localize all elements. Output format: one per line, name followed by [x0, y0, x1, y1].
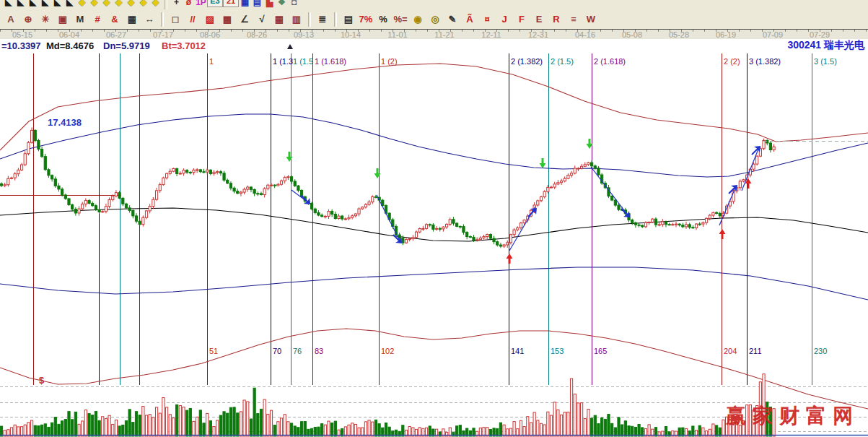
print-icon[interactable]: ◘: [288, 0, 300, 10]
percent-retrace-icon[interactable]: 7%: [357, 12, 374, 27]
check-line-icon[interactable]: √: [253, 12, 271, 27]
grid-dark-icon[interactable]: ▥: [288, 12, 305, 27]
bars-21-icon[interactable]: 21: [223, 0, 239, 7]
shen-stamp-icon[interactable]: #: [89, 12, 106, 27]
j-line-icon[interactable]: J: [496, 12, 513, 27]
e3-tool-icon[interactable]: E3: [207, 0, 223, 7]
zigzag-wave-icon[interactable]: M: [71, 12, 89, 27]
edit-pointer-icon[interactable]: A: [2, 12, 19, 27]
down-band-value: Dn=5.9719: [103, 40, 150, 51]
date-axis-label: 06-04: [59, 30, 79, 39]
target-box-icon[interactable]: ▣: [54, 12, 71, 27]
svg-text:1 (1.5: 1 (1.5: [293, 57, 313, 66]
svg-text:2 (1.618): 2 (1.618): [594, 57, 626, 66]
save-icon[interactable]: ▙: [263, 0, 276, 10]
flag-tool-icon[interactable]: ◣: [2, 0, 14, 10]
toolbar-row2-group4: ▤7%%%=◉◎✎Ã¤JFER≡W: [340, 12, 600, 27]
gold-line-icon[interactable]: ◎: [426, 12, 444, 27]
date-axis-label: 07-29: [810, 30, 830, 39]
svg-text:76: 76: [293, 347, 302, 355]
flag-tool-icon[interactable]: ◣: [39, 0, 51, 10]
speed-line-icon[interactable]: R: [548, 12, 565, 27]
ruler-123-icon[interactable]: ▦: [123, 12, 141, 27]
flag-tool-icon[interactable]: ◣: [51, 0, 63, 10]
percent-line-icon[interactable]: %=: [392, 12, 409, 27]
percent-icon[interactable]: %: [374, 12, 392, 27]
one-pen-tool-icon[interactable]: 1P: [195, 0, 207, 10]
date-axis-label: 11-21: [434, 30, 454, 39]
date-axis-label: 06-19: [716, 30, 736, 39]
box-region-icon[interactable]: ◻: [167, 12, 184, 27]
svg-text:2 (1.5): 2 (1.5): [551, 57, 574, 66]
gold-angle-icon[interactable]: ¤: [478, 12, 496, 27]
e-line-icon[interactable]: E: [530, 12, 548, 27]
svg-text:1 (1.3: 1 (1.3: [273, 57, 293, 66]
svg-text:204: 204: [724, 347, 737, 355]
flag-tool-icon[interactable]: ◣: [63, 0, 76, 10]
toolbar-separator: [334, 12, 337, 27]
date-axis-label: 05-28: [669, 30, 689, 39]
gann-fan-icon[interactable]: //: [184, 12, 201, 27]
flag-tool-icon[interactable]: ◣: [14, 0, 27, 10]
diamond-marker-icon[interactable]: ◆: [149, 0, 162, 10]
toolbar-row1-diamonds: ◆◆◆◆◆◆◆: [76, 0, 162, 10]
diamond-marker-icon[interactable]: ◆: [137, 0, 149, 10]
diamond-marker-icon[interactable]: ◆: [100, 0, 113, 10]
date-axis-label: 12-11: [481, 30, 501, 39]
toolbar-row-top: ◣◣◣◣◣◣ ◆◆◆◆◆◆◆ +ø1PE321▦▤▙❖◘: [0, 0, 868, 10]
peak-price-label: 17.4138: [48, 117, 82, 128]
w-line-icon[interactable]: W: [582, 12, 600, 27]
width-measure-icon[interactable]: ↔: [141, 12, 158, 27]
palette-icon[interactable]: ❖: [276, 0, 288, 10]
date-axis-label: 12-31: [528, 30, 548, 39]
toolbar-row2-group3: ≣: [314, 12, 331, 27]
toolbar-separator: [161, 12, 164, 27]
svg-text:2 (1.382): 2 (1.382): [511, 57, 543, 66]
magnet-dot-icon[interactable]: ø: [183, 0, 195, 10]
stock-code-name: 300241 瑞丰光电: [787, 39, 864, 52]
fill-box-icon[interactable]: ▩: [219, 12, 236, 27]
crosshair-cursor-icon[interactable]: +: [170, 0, 183, 10]
toolbar-row2-group2: ◻//▨▩∠√▦▥: [167, 12, 305, 27]
date-axis-label: 06-27: [106, 30, 126, 39]
flag-tool-icon[interactable]: ◣: [27, 0, 39, 10]
svg-text:211: 211: [749, 347, 762, 355]
grid-table-icon[interactable]: ▦: [239, 0, 251, 10]
svg-text:1 (1.618): 1 (1.618): [315, 57, 346, 66]
svg-text:141: 141: [511, 347, 524, 355]
grid-red-icon[interactable]: ▦: [271, 12, 288, 27]
grid-edit-icon[interactable]: ▤: [251, 0, 263, 10]
date-axis-label: 09-13: [294, 30, 314, 39]
main-chart[interactable]: 1511 (1.3701 (1.5761 (1.618)831 (2)1022 …: [0, 0, 868, 437]
svg-text:70: 70: [273, 347, 281, 355]
bottom-band-value: Bt=3.7012: [162, 40, 206, 51]
f-line-icon[interactable]: F: [513, 12, 530, 27]
crosshair-circle-icon[interactable]: ⊕: [19, 12, 37, 27]
date-axis-label: 07-17: [153, 30, 173, 39]
date-axis-label: 05-08: [622, 30, 642, 39]
svg-text:230: 230: [814, 347, 827, 355]
parallel-lines-icon[interactable]: ≣: [314, 12, 331, 27]
hatch-box-icon[interactable]: ▨: [201, 12, 219, 27]
diamond-marker-icon[interactable]: ◆: [88, 0, 100, 10]
gold-circle-icon[interactable]: ◉: [409, 12, 426, 27]
diamond-marker-icon[interactable]: ◆: [125, 0, 137, 10]
volume-profile-icon[interactable]: ▤: [340, 12, 357, 27]
up-band-value: =10.3397: [1, 40, 41, 51]
matrix-line-icon[interactable]: ≡: [565, 12, 582, 27]
svg-text:3 (1.5): 3 (1.5): [814, 57, 837, 66]
diamond-marker-icon[interactable]: ◆: [76, 0, 88, 10]
starburst-icon[interactable]: ✳: [37, 12, 54, 27]
date-axis-label: 05-15: [12, 30, 32, 39]
wave-a-icon[interactable]: Ã: [461, 12, 478, 27]
toolbar-separator: [308, 12, 311, 27]
toolbar-row1-right: +ø1PE321▦▤▙❖◘: [170, 0, 300, 10]
diamond-marker-icon[interactable]: ◆: [113, 0, 125, 10]
toolbar-row1-flags: ◣◣◣◣◣◣: [2, 0, 76, 10]
brush-icon[interactable]: ✎: [444, 12, 461, 27]
toolbar-row2-group1: A⊕✳▣M#&▦↔: [2, 12, 158, 27]
ying-stamp-icon[interactable]: &: [106, 12, 123, 27]
angle-line-icon[interactable]: ∠: [236, 12, 253, 27]
svg-text:102: 102: [381, 347, 394, 355]
svg-text:83: 83: [315, 347, 323, 355]
